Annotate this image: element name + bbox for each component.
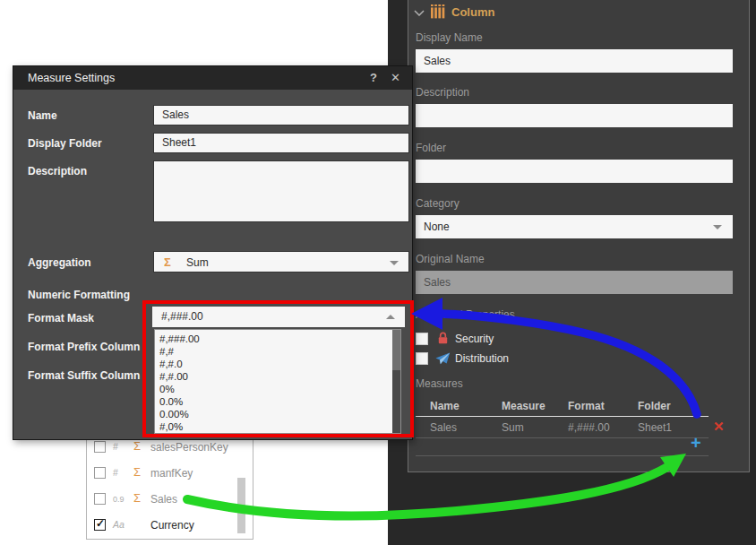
help-button[interactable]: ? — [370, 71, 377, 84]
dialog-titlebar[interactable]: Measure Settings ? ✕ — [13, 66, 412, 90]
display-name-input[interactable]: Sales — [416, 49, 733, 73]
close-button[interactable]: ✕ — [391, 71, 400, 84]
field-list-item[interactable]: 0.9ΣSales — [87, 487, 253, 513]
measures-label: Measures — [416, 377, 463, 390]
lock-icon — [437, 332, 449, 344]
field-name: Sales — [150, 493, 177, 506]
delete-measure-button[interactable]: ✕ — [713, 419, 725, 435]
aggregation-dropdown[interactable]: Σ Sum — [153, 251, 409, 272]
app-screen: Column Display Name Sales Description Fo… — [0, 0, 756, 545]
original-name-field: Sales — [416, 271, 733, 294]
display-name-label: Display Name — [416, 31, 483, 44]
measure-cell: Sales — [430, 421, 457, 434]
panel-title: Column — [451, 5, 494, 19]
sigma-icon: Σ — [133, 439, 141, 453]
field-name: manfKey — [150, 467, 193, 480]
send-icon — [435, 352, 451, 365]
column-icon — [431, 4, 446, 19]
format-mask-label: Format Mask — [28, 312, 94, 324]
numeric-formatting-label: Numeric Formatting — [28, 289, 130, 301]
field-list: #ΣsalesPersonKey#ΣmanfKey0.9ΣSalesAaCurr… — [86, 430, 253, 540]
table-divider — [416, 416, 709, 417]
table-divider — [416, 455, 709, 456]
sigma-icon: Σ — [133, 465, 141, 479]
table-header: Name — [430, 400, 460, 412]
checkbox-checked[interactable] — [94, 519, 106, 531]
distribution-checkbox[interactable] — [416, 352, 428, 365]
data-type-icon: # — [113, 467, 118, 478]
add-measure-button[interactable]: + — [691, 433, 701, 454]
list-scrollbar[interactable] — [237, 478, 245, 533]
checkbox-unchecked[interactable] — [94, 493, 106, 505]
field-list-item[interactable]: #ΣmanfKey — [87, 461, 253, 487]
measure-cell: Sheet1 — [638, 421, 672, 434]
description-input[interactable] — [416, 104, 733, 127]
security-label: Security — [455, 333, 494, 345]
distribution-label: Distribution — [455, 352, 509, 365]
format-suffix-label: Format Suffix Column — [28, 369, 140, 382]
field-list-item[interactable]: AaCurrency — [87, 513, 253, 539]
table-divider — [416, 437, 709, 438]
column-properties-panel: Column Display Name Sales Description Fo… — [408, 0, 750, 472]
format-prefix-label: Format Prefix Column — [28, 341, 140, 353]
display-folder-label: Display Folder — [28, 137, 102, 150]
name-input[interactable]: Sales — [153, 105, 409, 125]
measure-cell: Sum — [502, 421, 524, 434]
table-header: Folder — [638, 400, 671, 412]
name-label: Name — [28, 109, 57, 122]
security-checkbox[interactable] — [416, 333, 428, 345]
description-textarea[interactable] — [153, 160, 409, 222]
additional-properties-label: Additional Properties — [416, 308, 515, 321]
sigma-icon: Σ — [164, 252, 171, 273]
checkbox-unchecked[interactable] — [94, 441, 106, 453]
aggregation-label: Aggregation — [28, 256, 91, 269]
aggregation-value: Sum — [186, 252, 209, 273]
folder-input[interactable] — [416, 160, 733, 183]
highlight-box — [142, 300, 414, 437]
dialog-title: Measure Settings — [28, 72, 115, 84]
sigma-icon: Σ — [133, 491, 141, 505]
category-label: Category — [416, 197, 460, 210]
chevron-down-icon — [390, 261, 399, 265]
display-folder-input[interactable]: Sheet1 — [153, 133, 409, 153]
chevron-down-icon[interactable] — [414, 10, 425, 16]
table-header: Format — [568, 400, 605, 412]
folder-label: Folder — [416, 142, 446, 154]
category-dropdown[interactable]: None — [416, 215, 733, 238]
table-header: Measure — [502, 400, 546, 412]
original-name-label: Original Name — [416, 253, 485, 265]
category-value: None — [424, 221, 450, 233]
description-label: Description — [28, 165, 87, 177]
checkbox-unchecked[interactable] — [94, 467, 106, 479]
field-name: Currency — [150, 519, 194, 532]
measures-table-header: NameMeasureFormatFolder — [408, 400, 749, 414]
measure-cell: #,###.00 — [568, 421, 610, 434]
data-type-icon: # — [113, 441, 118, 452]
data-type-icon: 0.9 — [113, 495, 125, 504]
data-type-icon: Aa — [113, 519, 125, 530]
field-name: salesPersonKey — [150, 441, 228, 454]
chevron-down-icon — [713, 225, 722, 229]
description-label: Description — [416, 86, 469, 99]
